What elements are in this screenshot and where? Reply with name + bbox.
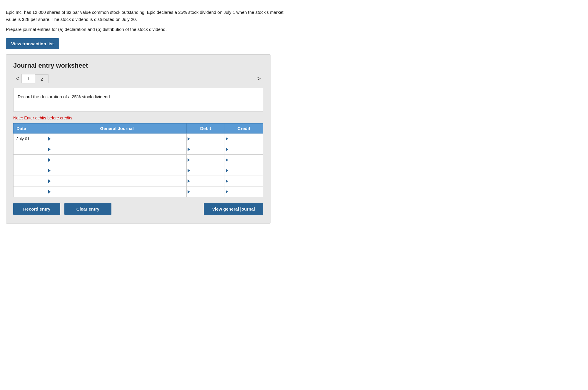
debit-cell-3[interactable]	[187, 155, 225, 165]
debit-input-1[interactable]	[187, 134, 225, 144]
bottom-buttons: Record entry Clear entry View general jo…	[13, 203, 263, 215]
header-general-journal: General Journal	[47, 124, 187, 134]
worksheet-title: Journal entry worksheet	[13, 62, 263, 69]
problem-paragraph2: Prepare journal entries for (a) declarat…	[6, 26, 288, 33]
table-row: July 01	[14, 134, 263, 144]
general-journal-cell-5[interactable]	[47, 176, 187, 186]
table-row	[14, 176, 263, 186]
table-row	[14, 186, 263, 197]
credit-input-1[interactable]	[225, 134, 263, 144]
general-journal-cell-1[interactable]	[47, 134, 187, 144]
instruction-text: Record the declaration of a 25% stock di…	[18, 94, 111, 99]
general-journal-input-1[interactable]	[47, 134, 186, 144]
journal-entry-worksheet: Journal entry worksheet < 1 2 > Record t…	[6, 54, 270, 224]
header-date: Date	[14, 124, 47, 134]
date-cell-4	[14, 165, 47, 176]
tab-prev-button[interactable]: <	[13, 74, 21, 83]
credit-input-4[interactable]	[225, 165, 263, 176]
tabs-row: < 1 2 >	[13, 74, 263, 83]
date-cell-3	[14, 155, 47, 165]
journal-table: Date General Journal Debit Credit July 0…	[13, 123, 263, 197]
credit-input-5[interactable]	[225, 176, 263, 186]
debit-cell-1[interactable]	[187, 134, 225, 144]
tab-1[interactable]: 1	[21, 74, 35, 83]
tab-next-button[interactable]: >	[255, 74, 263, 83]
general-journal-input-6[interactable]	[47, 186, 186, 197]
credit-cell-1[interactable]	[225, 134, 263, 144]
tab-2[interactable]: 2	[35, 74, 49, 83]
debit-input-6[interactable]	[187, 186, 225, 197]
debit-cell-2[interactable]	[187, 144, 225, 155]
problem-description: Epic Inc. has 12,000 shares of $2 par va…	[6, 9, 288, 33]
debit-cell-6[interactable]	[187, 186, 225, 197]
date-cell-1: July 01	[14, 134, 47, 144]
view-general-journal-button[interactable]: View general journal	[204, 203, 263, 215]
debit-input-5[interactable]	[187, 176, 225, 186]
record-entry-button[interactable]: Record entry	[13, 203, 60, 215]
debit-cell-5[interactable]	[187, 176, 225, 186]
general-journal-input-2[interactable]	[47, 144, 186, 154]
credit-cell-2[interactable]	[225, 144, 263, 155]
header-debit: Debit	[187, 124, 225, 134]
credit-cell-3[interactable]	[225, 155, 263, 165]
credit-cell-4[interactable]	[225, 165, 263, 176]
view-transaction-button[interactable]: View transaction list	[6, 38, 59, 49]
general-journal-input-4[interactable]	[47, 165, 186, 176]
general-journal-input-5[interactable]	[47, 176, 186, 186]
debit-cell-4[interactable]	[187, 165, 225, 176]
credit-input-6[interactable]	[225, 186, 263, 197]
debit-input-2[interactable]	[187, 144, 225, 154]
credit-input-2[interactable]	[225, 144, 263, 154]
general-journal-input-3[interactable]	[47, 155, 186, 165]
table-row	[14, 155, 263, 165]
clear-entry-button[interactable]: Clear entry	[64, 203, 111, 215]
general-journal-cell-2[interactable]	[47, 144, 187, 155]
credit-input-3[interactable]	[225, 155, 263, 165]
header-credit: Credit	[225, 124, 263, 134]
instruction-box: Record the declaration of a 25% stock di…	[13, 88, 263, 111]
date-cell-6	[14, 186, 47, 197]
general-journal-cell-3[interactable]	[47, 155, 187, 165]
note-text: Note: Enter debits before credits.	[13, 116, 263, 120]
table-row	[14, 165, 263, 176]
table-row	[14, 144, 263, 155]
debit-input-4[interactable]	[187, 165, 225, 176]
general-journal-cell-4[interactable]	[47, 165, 187, 176]
credit-cell-5[interactable]	[225, 176, 263, 186]
credit-cell-6[interactable]	[225, 186, 263, 197]
general-journal-cell-6[interactable]	[47, 186, 187, 197]
date-cell-2	[14, 144, 47, 155]
problem-paragraph1: Epic Inc. has 12,000 shares of $2 par va…	[6, 9, 288, 23]
debit-input-3[interactable]	[187, 155, 225, 165]
date-cell-5	[14, 176, 47, 186]
